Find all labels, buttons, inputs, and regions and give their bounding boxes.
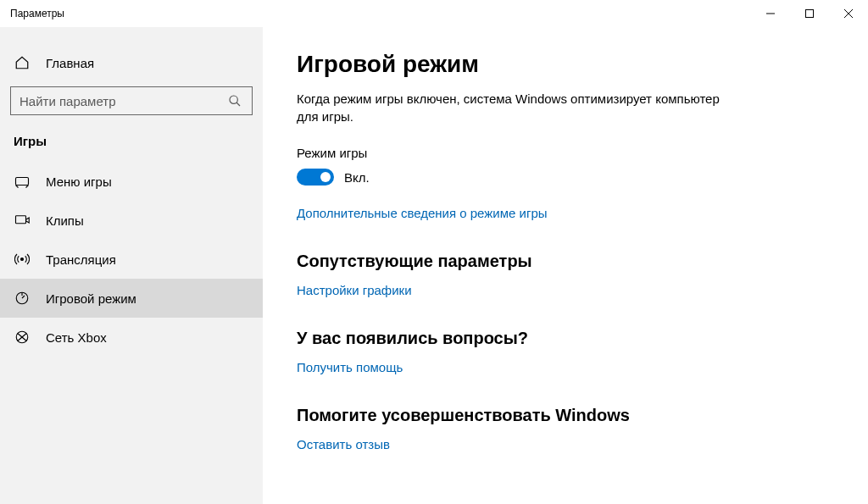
svg-point-1: [230, 96, 237, 103]
nav-item-label: Сеть Xbox: [46, 330, 107, 345]
search-box[interactable]: [10, 86, 253, 115]
home-icon: [14, 54, 31, 71]
search-input[interactable]: [19, 94, 226, 108]
home-nav[interactable]: Главная: [0, 46, 263, 80]
game-mode-setting-label: Режим игры: [297, 146, 834, 160]
related-title: Сопутствующие параметры: [297, 252, 834, 271]
window-controls: [751, 0, 868, 27]
svg-rect-0: [806, 10, 814, 18]
nav-item-label: Клипы: [46, 213, 84, 228]
window-title: Параметры: [10, 8, 751, 19]
feedback-title: Помогите усовершенствовать Windows: [297, 406, 834, 425]
nav-item-label: Меню игры: [46, 174, 112, 189]
get-help-link[interactable]: Получить помощь: [297, 360, 403, 374]
home-label: Главная: [46, 56, 94, 70]
broadcasting-icon: [14, 251, 31, 268]
related-section: Сопутствующие параметры Настройки график…: [297, 252, 834, 298]
category-label: Игры: [0, 115, 263, 162]
nav-item-game-mode[interactable]: Игровой режим: [0, 279, 263, 318]
help-title: У вас появились вопросы?: [297, 329, 834, 348]
graphics-settings-link[interactable]: Настройки графики: [297, 283, 412, 297]
sidebar: Главная Игры Ме: [0, 27, 263, 504]
learn-more-link[interactable]: Дополнительные сведения о режиме игры: [297, 206, 548, 220]
captures-icon: [14, 212, 31, 229]
feedback-section: Помогите усовершенствовать Windows Остав…: [297, 406, 834, 452]
nav-item-game-bar[interactable]: Меню игры: [0, 162, 263, 201]
help-section: У вас появились вопросы? Получить помощь: [297, 329, 834, 375]
titlebar: Параметры: [0, 0, 868, 27]
page-description: Когда режим игры включен, система Window…: [297, 90, 721, 125]
game-mode-toggle[interactable]: [297, 169, 334, 186]
maximize-button[interactable]: [790, 0, 829, 27]
page-title: Игровой режим: [297, 51, 834, 78]
xbox-icon: [14, 329, 31, 346]
svg-point-4: [21, 258, 24, 261]
svg-rect-3: [16, 216, 26, 224]
content: Игровой режим Когда режим игры включен, …: [263, 27, 868, 504]
nav-item-label: Игровой режим: [46, 291, 136, 306]
toggle-state-label: Вкл.: [344, 170, 370, 185]
body-area: Главная Игры Ме: [0, 27, 868, 504]
nav-item-xbox-network[interactable]: Сеть Xbox: [0, 318, 263, 357]
close-button[interactable]: [829, 0, 868, 27]
minimize-button[interactable]: [751, 0, 790, 27]
search-wrap: [0, 80, 263, 115]
nav-list: Меню игры Клипы: [0, 162, 263, 357]
nav-item-captures[interactable]: Клипы: [0, 201, 263, 240]
search-icon: [226, 92, 243, 109]
nav-item-label: Трансляция: [46, 252, 116, 267]
toggle-row: Вкл.: [297, 169, 834, 186]
give-feedback-link[interactable]: Оставить отзыв: [297, 437, 390, 451]
game-bar-icon: [14, 173, 31, 190]
nav-item-broadcasting[interactable]: Трансляция: [0, 240, 263, 279]
game-mode-icon: [14, 290, 31, 307]
svg-rect-2: [16, 178, 29, 186]
